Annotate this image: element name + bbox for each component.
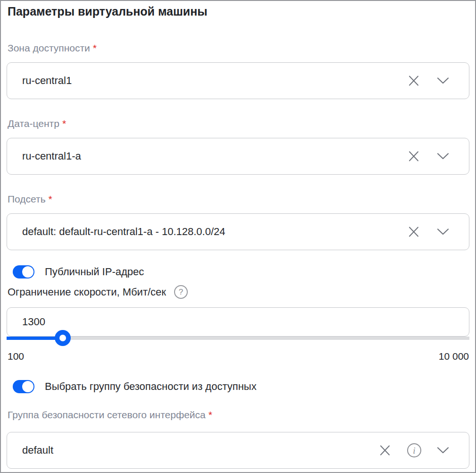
clear-icon[interactable] — [406, 73, 421, 88]
help-icon[interactable]: ? — [174, 285, 188, 299]
public-ip-toggle[interactable] — [13, 265, 34, 279]
page-title: Параметры виртуальной машины — [8, 5, 468, 18]
slider-thumb[interactable] — [55, 330, 71, 346]
vm-parameters-panel: Параметры виртуальной машины Зона доступ… — [0, 0, 476, 473]
toggle-knob — [22, 266, 33, 278]
chevron-down-icon[interactable] — [436, 446, 450, 455]
info-icon[interactable]: i — [407, 443, 421, 457]
datacenter-value: ru-central1-a — [22, 150, 406, 162]
security-group-toggle-label: Выбрать группу безопасности из доступных — [45, 380, 257, 393]
security-group-select[interactable]: default i — [7, 432, 469, 469]
required-asterisk: * — [209, 409, 212, 420]
availability-zone-select[interactable]: ru-central1 — [7, 62, 469, 99]
security-group-toggle-row: Выбрать группу безопасности из доступных — [13, 380, 469, 393]
security-group-label: Группа безопасности сетевого интерфейса* — [8, 409, 469, 421]
speed-limit-slider-area: 1300 — [7, 307, 469, 340]
public-ip-label: Публичный IP-адрес — [45, 265, 144, 279]
slider-max-label: 10 000 — [439, 351, 469, 362]
chevron-down-icon[interactable] — [436, 228, 450, 236]
public-ip-row: Публичный IP-адрес — [13, 265, 469, 279]
slider-minmax-row: 100 10 000 — [8, 351, 469, 362]
subnet-select[interactable]: default: default-ru-central1-a - 10.128.… — [7, 213, 469, 250]
slider-min-label: 100 — [8, 351, 24, 362]
speed-limit-label: Ограничение скорости, Мбит/сек — [8, 286, 166, 299]
chevron-down-icon[interactable] — [436, 76, 450, 85]
chevron-down-icon[interactable] — [436, 152, 450, 160]
availability-zone-value: ru-central1 — [22, 75, 406, 87]
toggle-knob — [22, 381, 33, 392]
required-asterisk: * — [49, 194, 52, 204]
subnet-label: Подсеть* — [8, 194, 469, 205]
security-group-toggle[interactable] — [13, 380, 34, 393]
clear-icon[interactable] — [406, 149, 421, 164]
required-asterisk: * — [93, 42, 97, 53]
speed-limit-input[interactable]: 1300 — [7, 307, 469, 337]
datacenter-label: Дата-центр* — [8, 118, 469, 129]
clear-icon[interactable] — [406, 224, 421, 239]
availability-zone-label: Зона доступности* — [8, 42, 469, 54]
datacenter-select[interactable]: ru-central1-a — [7, 138, 469, 175]
speed-limit-label-row: Ограничение скорости, Мбит/сек ? — [8, 285, 469, 299]
security-group-value: default — [22, 444, 377, 456]
slider-track[interactable] — [7, 337, 469, 340]
speed-limit-value: 1300 — [22, 316, 45, 328]
clear-icon[interactable] — [377, 443, 392, 458]
subnet-value: default: default-ru-central1-a - 10.128.… — [22, 226, 406, 238]
required-asterisk: * — [62, 118, 66, 129]
